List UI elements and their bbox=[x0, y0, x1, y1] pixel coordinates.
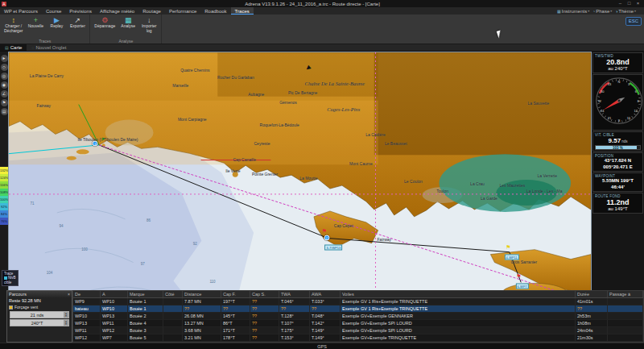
col-header-passage[interactable]: Passage à bbox=[608, 291, 643, 297]
cell: ?? bbox=[310, 305, 341, 312]
flag-icon[interactable]: ⚑ bbox=[1, 99, 8, 106]
col-header-cap-s[interactable]: Cap S. bbox=[250, 291, 279, 297]
ribbon-nouvelle[interactable]: +Nouvelle bbox=[26, 15, 45, 30]
parcours-close-icon[interactable]: × bbox=[68, 292, 70, 297]
wind-speed-arrows-icon[interactable]: ▲▼ bbox=[64, 312, 68, 318]
waypoint-tag[interactable]: 3-7/WP13 bbox=[325, 245, 343, 251]
cell: WP10 bbox=[101, 305, 128, 312]
menu-tab-course[interactable]: Course bbox=[42, 7, 65, 15]
cell: T.153° bbox=[279, 334, 310, 341]
table-row[interactable]: WP10WP13Bouée 226.08 MN145°T??T.128°T.04… bbox=[73, 313, 643, 320]
cell: ?? bbox=[250, 334, 279, 341]
col-header-voiles[interactable]: Voiles bbox=[341, 291, 576, 297]
col-header-distance[interactable]: Distance bbox=[183, 291, 221, 297]
trace-color-swatch bbox=[4, 276, 7, 280]
cell: 41m01s bbox=[576, 298, 608, 305]
map-label-la-londe-les-ma: La Londe - Les - Ma bbox=[526, 189, 563, 193]
menu-phase[interactable]: ◔Phase▾ bbox=[592, 9, 612, 14]
menu-tab-affichage-m-t-o[interactable]: Affichage météo bbox=[96, 7, 138, 15]
waypoint-tag[interactable]: 4-WP11 bbox=[505, 255, 519, 260]
pan-icon[interactable]: ◇ bbox=[1, 64, 8, 71]
tws-value: 20.8nd bbox=[595, 58, 641, 66]
legs-table-header: DeAMarqueCôtéDistanceCap F.Cap S.TWAAWAV… bbox=[73, 291, 643, 298]
col-header-cap-f[interactable]: Cap F. bbox=[221, 291, 250, 297]
doc-tabs: ▤Carte◌Nouvel Onglet bbox=[0, 44, 71, 51]
trace-legend-cible: cible bbox=[4, 280, 16, 285]
ribbon-d-pannage[interactable]: ⚙Dépannage bbox=[93, 15, 117, 30]
compass-panel[interactable]: N36E1215S2124W3033 bbox=[592, 74, 643, 131]
ribbon-group-traces: ↕Charger / Décharger+Nouvelle▶Replay↗Exp… bbox=[0, 15, 90, 44]
col-header-de[interactable]: De bbox=[73, 291, 101, 297]
doc-tab-nouvel-onglet[interactable]: ◌Nouvel Onglet bbox=[27, 44, 71, 51]
tws-panel[interactable]: TWS/TWD 20.8nd au 240°T bbox=[592, 52, 643, 73]
minimize-button[interactable]: – bbox=[616, 0, 625, 7]
col-header-dur-e[interactable]: Durée bbox=[576, 291, 608, 297]
ribbon-charger-d-charger[interactable]: ↕Charger / Décharger bbox=[2, 15, 24, 34]
cell: T.128° bbox=[279, 313, 310, 319]
map-label-quatre-chemins: Quatre Chemins bbox=[180, 68, 209, 73]
position-panel[interactable]: POSITION 43°17.624 N 005°20.471 E bbox=[592, 152, 643, 172]
layers-icon[interactable]: ▤ bbox=[1, 108, 8, 115]
cell bbox=[163, 298, 183, 305]
cell bbox=[608, 305, 643, 312]
map-label-ile-tiboulen-i-tiboulen-de-maire: Ile Tiboulen (I. Tiboulen De Maire) bbox=[77, 137, 138, 142]
menu-instruments[interactable]: ▦Instruments▾ bbox=[557, 9, 589, 14]
app-logo-icon: A bbox=[2, 2, 6, 6]
menu-tab-pr-visions[interactable]: Prévisions bbox=[65, 7, 96, 15]
menu-tab-traces[interactable]: Traces bbox=[231, 7, 254, 15]
wind-dir-value[interactable]: 240°T bbox=[10, 320, 64, 326]
ribbon-groups: ↕Charger / Décharger+Nouvelle▶Replay↗Exp… bbox=[0, 15, 162, 44]
doc-tab-carte[interactable]: ▤Carte bbox=[0, 44, 27, 51]
col-header-awa[interactable]: AWA bbox=[310, 291, 341, 297]
wind-speed-stepper[interactable]: 21 nds ▲▼ bbox=[10, 311, 69, 318]
th-me-icon: ◑ bbox=[615, 9, 617, 14]
menu-tab-roadbook[interactable]: Roadbook bbox=[200, 7, 230, 15]
forcage-vent-option[interactable]: Forçage vent bbox=[7, 304, 72, 310]
ribbon-exporter[interactable]: ↗Exporter bbox=[68, 15, 87, 30]
menu-tab-wp-et-parcours[interactable]: WP et Parcours bbox=[0, 7, 42, 15]
table-row[interactable]: bateauWP10Bouée 1??????????Exemple GV 1 … bbox=[73, 305, 643, 313]
table-row[interactable]: WP12WP7Bouée 53.21 MN178°T??T.153°T.149°… bbox=[73, 334, 643, 342]
menu-th-me[interactable]: ◑Thème▾ bbox=[615, 9, 636, 14]
target-speed-panel[interactable]: VIT. CIBLE 9.57 nds 103 % bbox=[592, 131, 643, 152]
menu-tab-performance[interactable]: Performance bbox=[165, 7, 200, 15]
close-button[interactable]: × bbox=[634, 0, 642, 7]
circle-marker[interactable]: 1 bbox=[93, 141, 98, 147]
measure-icon[interactable]: ∠ bbox=[1, 90, 8, 98]
map-label-gros-sarranier: Gros Sarranier bbox=[510, 260, 537, 264]
cell bbox=[163, 313, 183, 319]
col-header-twa[interactable]: TWA bbox=[279, 291, 310, 297]
zoom-icon[interactable]: ◎ bbox=[1, 73, 8, 80]
esc-button[interactable]: ESC bbox=[625, 17, 642, 26]
waypoint-panel[interactable]: WAYPOINT 5.55MN 199°T 46:44' bbox=[592, 172, 643, 192]
cell: ?? bbox=[250, 313, 279, 319]
col-header-c-t[interactable]: Côté bbox=[163, 291, 183, 297]
maximize-button[interactable]: □ bbox=[625, 0, 634, 7]
menu-right: ▦Instruments▾◔Phase▾◑Thème▾ bbox=[557, 7, 644, 15]
wind-speed-value[interactable]: 21 nds bbox=[10, 312, 64, 318]
ribbon-replay[interactable]: ▶Replay bbox=[47, 15, 66, 30]
ribbon-analyse[interactable]: ▦Analyse bbox=[118, 15, 138, 30]
circle-marker[interactable]: 2 bbox=[324, 235, 329, 241]
col-header-marque[interactable]: Marque bbox=[128, 291, 163, 297]
center-icon[interactable]: ◉ bbox=[1, 81, 8, 89]
forcage-vent-label: Forçage vent bbox=[14, 305, 38, 310]
wind-dir-stepper[interactable]: 240°T ▲▼ bbox=[10, 319, 69, 326]
ribbon-importer-log[interactable]: ↓Importer log bbox=[139, 15, 159, 34]
table-row[interactable]: WP9WP10Bouée 17.87 MN197°T??T.046°T.033°… bbox=[73, 298, 643, 305]
table-row[interactable]: WP11WP12Bouée 33.68 MN171°T??T.175°T.149… bbox=[73, 327, 643, 334]
tool-icons: ►◇◎◉∠⚑▤ bbox=[1, 55, 8, 115]
forcage-vent-checkbox[interactable] bbox=[9, 305, 13, 310]
menu-tab-routage[interactable]: Routage bbox=[138, 7, 165, 15]
cell bbox=[608, 327, 643, 334]
pointer-icon[interactable]: ► bbox=[1, 55, 8, 62]
scale-76: 76% bbox=[0, 218, 8, 225]
wind-dir-arrows-icon[interactable]: ▲▼ bbox=[64, 320, 68, 326]
col-header-a[interactable]: A bbox=[101, 291, 128, 297]
title-bar: A Adrena V13.9.1.26 - 24_11_2016_a.trc -… bbox=[0, 0, 644, 7]
table-row[interactable]: WP13WP11Bouée 413.27 MN86°T??T.107°T.142… bbox=[73, 320, 643, 327]
compass-label: 33 bbox=[608, 82, 611, 86]
menu-bar: WP et ParcoursCoursePrévisionsAffichage … bbox=[0, 7, 644, 15]
waypoint-tag[interactable]: 6-WP7 bbox=[516, 284, 529, 289]
sog-cog-panel[interactable]: ROUTE FOND 11.2nd au 149°T bbox=[592, 193, 643, 214]
